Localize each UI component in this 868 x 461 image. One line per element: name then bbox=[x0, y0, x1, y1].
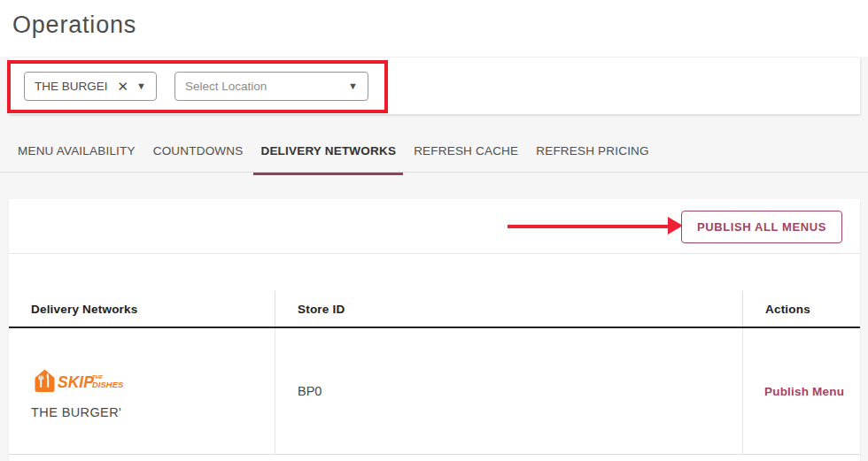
table-header-row: Delivery Networks Store ID Actions bbox=[9, 291, 860, 327]
store-id-value: BP0 bbox=[298, 384, 322, 398]
operations-page: Operations THE BURGEI ✕ ▼ Select Locatio… bbox=[0, 0, 868, 461]
red-arrow-annotation bbox=[508, 225, 669, 228]
page-title: Operations bbox=[12, 12, 136, 39]
table-row: SKIP THE DISHES THE BURGER' BP0 Publish … bbox=[9, 328, 860, 455]
delivery-networks-panel: PUBLISH ALL MENUS Delivery Networks Stor… bbox=[9, 199, 860, 461]
caret-down-icon: ▼ bbox=[136, 81, 146, 91]
page-header: Operations bbox=[0, 0, 868, 57]
svg-text:SKIP: SKIP bbox=[58, 373, 94, 391]
column-header-store-id: Store ID bbox=[275, 291, 742, 327]
tab-refresh-pricing[interactable]: REFRESH PRICING bbox=[536, 143, 649, 173]
tab-menu-availability[interactable]: MENU AVAILABILITY bbox=[18, 143, 136, 173]
clear-icon[interactable]: ✕ bbox=[118, 80, 129, 93]
column-header-actions: Actions bbox=[742, 291, 860, 327]
publish-menu-link[interactable]: Publish Menu bbox=[764, 385, 844, 398]
tab-bar-divider bbox=[0, 172, 868, 173]
brand-dropdown-value: THE BURGEI bbox=[35, 80, 116, 93]
caret-down-icon: ▼ bbox=[348, 81, 358, 91]
publish-all-menus-button[interactable]: PUBLISH ALL MENUS bbox=[681, 211, 842, 243]
store-id-cell: BP0 bbox=[275, 328, 742, 454]
delivery-network-cell: SKIP THE DISHES THE BURGER' bbox=[9, 328, 275, 454]
tab-bar: MENU AVAILABILITY COUNTDOWNS DELIVERY NE… bbox=[18, 143, 649, 173]
filter-panel: THE BURGEI ✕ ▼ Select Location ▼ bbox=[9, 58, 860, 114]
actions-cell: Publish Menu bbox=[742, 328, 860, 454]
panel-toolbar: PUBLISH ALL MENUS bbox=[9, 199, 860, 254]
column-header-delivery-networks: Delivery Networks bbox=[9, 291, 275, 327]
tab-countdowns[interactable]: COUNTDOWNS bbox=[153, 143, 244, 173]
location-dropdown[interactable]: Select Location ▼ bbox=[174, 72, 368, 101]
svg-text:DISHES: DISHES bbox=[92, 380, 123, 389]
svg-text:THE: THE bbox=[92, 374, 104, 380]
tab-refresh-cache[interactable]: REFRESH CACHE bbox=[414, 143, 518, 173]
skip-the-dishes-logo: SKIP THE DISHES bbox=[31, 367, 123, 394]
brand-dropdown[interactable]: THE BURGEI ✕ ▼ bbox=[24, 72, 157, 101]
skip-house-icon bbox=[35, 370, 55, 393]
tab-delivery-networks[interactable]: DELIVERY NETWORKS bbox=[260, 143, 396, 173]
network-name: THE BURGER' bbox=[31, 405, 275, 419]
location-dropdown-placeholder: Select Location bbox=[185, 80, 348, 93]
